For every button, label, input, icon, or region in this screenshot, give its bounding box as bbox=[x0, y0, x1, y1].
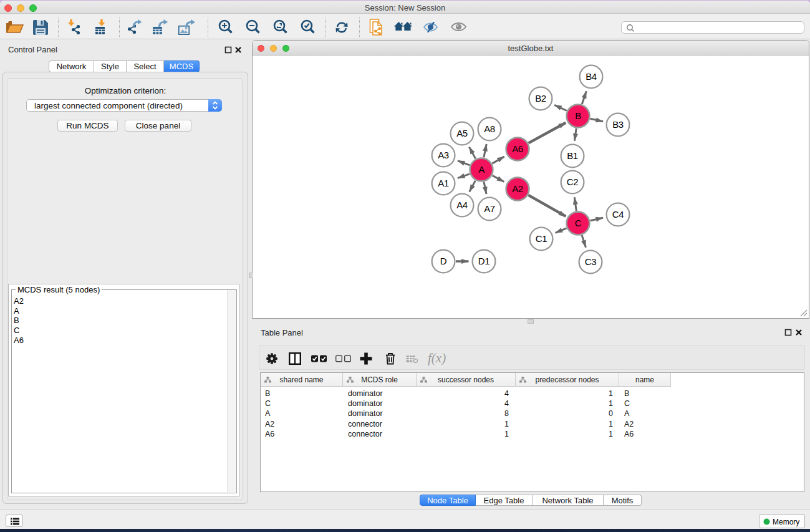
svg-text:A2: A2 bbox=[512, 183, 523, 194]
svg-text:B1: B1 bbox=[567, 150, 578, 161]
svg-text:A: A bbox=[478, 164, 485, 175]
svg-text:B2: B2 bbox=[535, 93, 546, 104]
svg-text:D: D bbox=[440, 256, 447, 266]
svg-text:A6: A6 bbox=[512, 143, 523, 154]
svg-text:B4: B4 bbox=[586, 71, 597, 82]
svg-text:A4: A4 bbox=[456, 200, 468, 210]
svg-text:C: C bbox=[575, 218, 582, 228]
svg-text:C3: C3 bbox=[585, 256, 597, 267]
svg-text:B: B bbox=[575, 110, 581, 121]
svg-text:B3: B3 bbox=[612, 119, 624, 130]
svg-text:A8: A8 bbox=[484, 123, 495, 134]
svg-text:A7: A7 bbox=[484, 203, 495, 214]
svg-text:C4: C4 bbox=[612, 209, 624, 220]
svg-text:A5: A5 bbox=[456, 128, 468, 138]
svg-text:C2: C2 bbox=[567, 177, 579, 187]
svg-text:D1: D1 bbox=[478, 256, 490, 266]
svg-text:A1: A1 bbox=[438, 178, 449, 188]
svg-text:A3: A3 bbox=[438, 150, 449, 160]
svg-text:C1: C1 bbox=[536, 233, 547, 244]
